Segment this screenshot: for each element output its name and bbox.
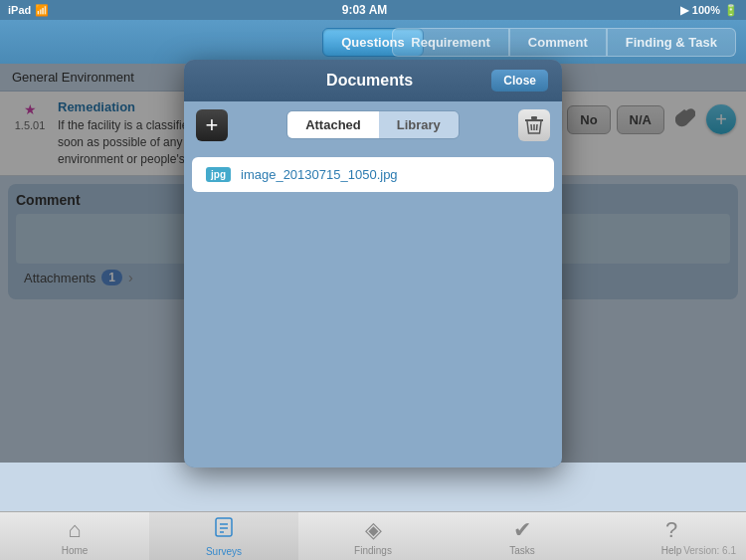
home-icon: ⌂ xyxy=(68,517,81,543)
modal-tab-group: Attached Library xyxy=(286,110,460,139)
svg-rect-7 xyxy=(216,518,232,536)
tab-home[interactable]: ⌂ Home xyxy=(0,513,149,560)
tab-findings[interactable]: ◈ Findings xyxy=(298,513,448,560)
status-bar-time: 9:03 AM xyxy=(342,3,388,17)
svg-line-6 xyxy=(536,124,537,130)
modal-content: jpg image_20130715_1050.jpg xyxy=(184,149,562,348)
svg-line-4 xyxy=(531,124,532,130)
device-label: iPad xyxy=(8,4,31,16)
svg-rect-3 xyxy=(531,116,537,119)
tab-finding-task[interactable]: Finding & Task xyxy=(607,28,736,57)
tab-attached[interactable]: Attached xyxy=(287,111,379,138)
status-bar-left: iPad 📶 xyxy=(8,4,49,17)
file-name: image_20130715_1050.jpg xyxy=(241,167,398,182)
tab-findings-label: Findings xyxy=(354,545,392,556)
findings-icon: ◈ xyxy=(365,517,382,543)
nav-tab-group: Requirement Comment Finding & Task xyxy=(392,28,736,57)
tab-tasks[interactable]: ✔ Tasks xyxy=(448,513,597,560)
tab-bar: ⌂ Home Surveys ◈ Findings ✔ Tasks ? Help… xyxy=(0,511,746,560)
add-document-button[interactable]: + xyxy=(196,109,228,141)
document-item[interactable]: jpg image_20130715_1050.jpg xyxy=(192,157,554,192)
top-nav: Questions Requirement Comment Finding & … xyxy=(0,20,746,64)
tab-tasks-label: Tasks xyxy=(509,545,535,556)
tab-library[interactable]: Library xyxy=(379,111,459,138)
tasks-icon: ✔ xyxy=(513,517,531,543)
tab-requirement[interactable]: Requirement xyxy=(392,28,508,57)
help-icon: ? xyxy=(665,517,677,543)
delete-button[interactable] xyxy=(518,109,550,141)
battery-icon: 🔋 xyxy=(724,4,738,17)
svg-rect-2 xyxy=(525,119,543,121)
modal-footer xyxy=(184,348,562,467)
status-bar: iPad 📶 9:03 AM ▶ 100% 🔋 xyxy=(0,0,746,20)
tab-surveys-label: Surveys xyxy=(206,546,242,557)
modal-close-button[interactable]: Close xyxy=(491,70,548,92)
modal-title: Documents xyxy=(248,72,491,90)
modal-overlay: Documents Close + Attached Library xyxy=(0,64,746,463)
battery-label: 100% xyxy=(692,4,720,16)
main-area: General Environment ★ 1.5.01 Remediation… xyxy=(0,64,746,511)
file-type-badge: jpg xyxy=(206,167,231,182)
status-bar-right: ▶ 100% 🔋 xyxy=(680,4,738,17)
location-icon: ▶ xyxy=(680,4,688,17)
modal-header: Documents Close xyxy=(184,60,562,101)
tab-help-label: Help xyxy=(661,545,682,556)
tab-comment[interactable]: Comment xyxy=(509,28,607,57)
tab-surveys[interactable]: Surveys xyxy=(149,512,298,561)
wifi-icon: 📶 xyxy=(35,4,49,17)
tab-home-label: Home xyxy=(62,545,89,556)
version-label: Version: 6.1 xyxy=(683,545,736,556)
documents-modal: Documents Close + Attached Library xyxy=(184,60,562,467)
surveys-icon xyxy=(213,516,235,544)
modal-toolbar: + Attached Library xyxy=(184,101,562,149)
